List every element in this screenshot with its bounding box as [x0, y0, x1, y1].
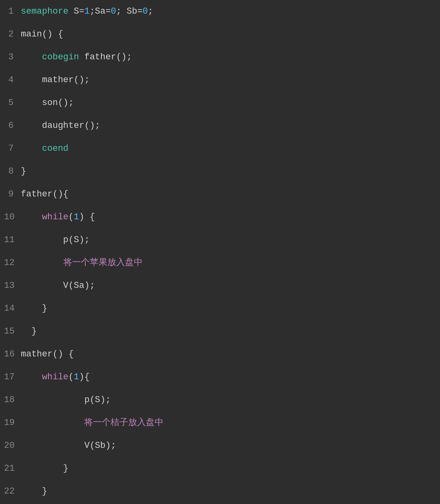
code-line: 13 V(Sa);: [0, 274, 440, 297]
token: 1: [84, 6, 89, 16]
token: (: [69, 372, 74, 382]
token: p(S);: [21, 395, 111, 405]
code-line: 16mather() {: [0, 343, 440, 366]
token: mather() {: [21, 349, 74, 359]
line-number: 6: [4, 114, 21, 137]
code-editor: 1semaphore S=1;Sa=0; Sb=0;2main() {3 cob…: [0, 0, 440, 503]
token: father(){: [21, 189, 69, 199]
token: cobegin: [42, 52, 79, 62]
code-line: 22 }: [0, 480, 440, 503]
line-number: 11: [4, 229, 21, 251]
line-number: 1: [4, 0, 21, 23]
code-line: 14 }: [0, 297, 440, 320]
line-number: 9: [4, 183, 21, 206]
line-number: 2: [4, 23, 21, 46]
line-number: 10: [4, 206, 21, 229]
token: [21, 212, 42, 222]
line-number: 4: [4, 69, 21, 91]
token: }: [21, 166, 26, 176]
line-content: p(S);: [21, 229, 436, 251]
token: [21, 144, 42, 154]
token: main: [21, 29, 42, 39]
token: [21, 258, 63, 268]
code-line: 21 }: [0, 457, 440, 480]
line-number: 18: [4, 389, 21, 411]
line-content: daughter();: [21, 114, 436, 137]
token: ; Sb=: [116, 6, 143, 16]
token: ){: [79, 372, 89, 382]
line-content: 将一个桔子放入盘中: [21, 411, 436, 434]
token: V(Sa);: [21, 281, 95, 291]
token: }: [21, 326, 37, 336]
line-number: 3: [4, 46, 21, 69]
line-content: 将一个苹果放入盘中: [21, 251, 436, 274]
token: 0: [143, 6, 148, 16]
line-number: 22: [4, 480, 21, 503]
line-number: 21: [4, 457, 21, 480]
token: ;: [148, 6, 153, 16]
token: while: [42, 212, 69, 222]
token: }: [21, 464, 69, 474]
code-line: 5 son();: [0, 91, 440, 114]
code-line: 17 while(1){: [0, 366, 440, 389]
code-line: 12 将一个苹果放入盘中: [0, 251, 440, 274]
line-number: 5: [4, 91, 21, 114]
code-line: 1semaphore S=1;Sa=0; Sb=0;: [0, 0, 440, 23]
token: 将一个苹果放入盘中: [63, 258, 143, 268]
line-number: 19: [4, 411, 21, 434]
token: 将一个桔子放入盘中: [84, 418, 163, 428]
line-content: main() {: [21, 23, 436, 46]
line-number: 16: [4, 343, 21, 366]
code-line: 10 while(1) {: [0, 206, 440, 229]
code-line: 8}: [0, 160, 440, 183]
token: (: [69, 212, 74, 222]
line-content: }: [21, 480, 436, 503]
token: p(S);: [21, 235, 90, 245]
line-content: father(){: [21, 183, 436, 206]
token: 0: [111, 6, 116, 16]
line-number: 7: [4, 137, 21, 160]
line-content: son();: [21, 91, 436, 114]
line-content: }: [21, 297, 436, 320]
line-content: mather() {: [21, 343, 436, 366]
line-number: 13: [4, 274, 21, 297]
token: }: [21, 304, 47, 314]
line-content: V(Sa);: [21, 274, 436, 297]
token: }: [21, 486, 47, 496]
token: ;Sa=: [90, 6, 111, 16]
line-content: }: [21, 320, 436, 343]
token: [21, 372, 42, 382]
token: mather();: [21, 75, 90, 85]
line-number: 12: [4, 251, 21, 274]
token: father();: [79, 52, 132, 62]
line-content: }: [21, 457, 436, 480]
line-content: p(S);: [21, 389, 436, 411]
token: coend: [42, 144, 69, 154]
line-content: coend: [21, 137, 436, 160]
code-line: 19 将一个桔子放入盘中: [0, 411, 440, 434]
token: [21, 52, 42, 62]
line-content: V(Sb);: [21, 434, 436, 457]
token: 1: [74, 212, 79, 222]
line-content: mather();: [21, 69, 436, 91]
code-line: 15 }: [0, 320, 440, 343]
token: semaphore: [21, 6, 69, 16]
code-line: 18 p(S);: [0, 389, 440, 411]
line-content: semaphore S=1;Sa=0; Sb=0;: [21, 0, 436, 23]
line-number: 14: [4, 297, 21, 320]
line-content: cobegin father();: [21, 46, 436, 69]
code-line: 20 V(Sb);: [0, 434, 440, 457]
code-line: 6 daughter();: [0, 114, 440, 137]
line-content: }: [21, 160, 436, 183]
line-content: while(1){: [21, 366, 436, 389]
code-line: 11 p(S);: [0, 229, 440, 251]
line-number: 17: [4, 366, 21, 389]
line-number: 15: [4, 320, 21, 343]
token: son();: [21, 98, 74, 108]
token: () {: [42, 29, 63, 39]
line-number: 8: [4, 160, 21, 183]
token: V(Sb);: [21, 441, 116, 451]
code-line: 4 mather();: [0, 69, 440, 91]
line-content: while(1) {: [21, 206, 436, 229]
code-line: 3 cobegin father();: [0, 46, 440, 69]
